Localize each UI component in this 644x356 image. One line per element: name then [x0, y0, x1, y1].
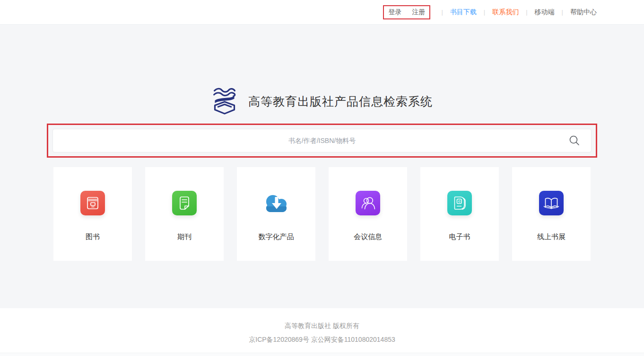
annotation-box-search [47, 124, 597, 158]
card-label: 数字化产品 [259, 232, 294, 241]
nav-separator: | [441, 9, 443, 16]
cloud-download-icon [261, 191, 291, 215]
stacked-books-logo-icon [211, 87, 238, 116]
register-link[interactable]: 注册 [412, 8, 425, 17]
card-label: 期刊 [177, 232, 191, 241]
annotation-box-login-register: 登录 注册 [383, 5, 430, 19]
nav-separator: | [484, 9, 485, 16]
icp-record-text: 京ICP备12020869号 京公网安备11010802014853 [0, 336, 644, 344]
category-cards: 图书 期刊 [53, 167, 591, 261]
search-input[interactable] [52, 129, 592, 152]
copyright-text: 高等教育出版社 版权所有 [0, 322, 644, 330]
search-icon[interactable] [569, 135, 580, 146]
nav-item-mobile[interactable]: 移动端 [535, 8, 555, 17]
card-label: 会议信息 [354, 232, 382, 241]
top-nav: 登录 注册 | 书目下载 | 联系我们 | 移动端 | 帮助中心 [383, 5, 597, 19]
book-icon [80, 191, 105, 215]
card-label: 线上书展 [537, 232, 566, 241]
page-title: 高等教育出版社产品信息检索系统 [248, 94, 433, 109]
card-label: 电子书 [449, 232, 470, 241]
journal-icon [172, 191, 197, 215]
card-conference-info[interactable]: 会议信息 [329, 167, 407, 261]
page: { "header": { "nav": { "login": "登录", "r… [0, 0, 644, 356]
page-footer: 高等教育出版社 版权所有 京ICP备12020869号 京公网安备1101080… [0, 308, 644, 353]
nav-item-help-center[interactable]: 帮助中心 [570, 8, 597, 17]
card-ebooks[interactable]: e 电子书 [420, 167, 499, 261]
bottom-strip [0, 353, 644, 356]
login-link[interactable]: 登录 [388, 8, 401, 17]
people-icon [356, 191, 380, 215]
card-label: 图书 [86, 232, 100, 241]
main-area: 高等教育出版社产品信息检索系统 图书 [0, 25, 644, 308]
nav-separator: | [526, 9, 527, 16]
open-book-icon [539, 191, 564, 215]
nav-item-catalog-download[interactable]: 书目下载 [450, 8, 477, 17]
card-books[interactable]: 图书 [53, 167, 132, 261]
nav-item-contact-us[interactable]: 联系我们 [492, 8, 519, 17]
top-header: 登录 注册 | 书目下载 | 联系我们 | 移动端 | 帮助中心 [0, 0, 644, 25]
ebook-icon: e [447, 191, 472, 215]
card-journals[interactable]: 期刊 [145, 167, 224, 261]
nav-separator: | [562, 9, 563, 16]
card-digital-products[interactable]: 数字化产品 [237, 167, 315, 261]
svg-text:e: e [458, 199, 461, 204]
card-online-book-fair[interactable]: 线上书展 [512, 167, 591, 261]
brand-row: 高等教育出版社产品信息检索系统 [0, 25, 644, 116]
